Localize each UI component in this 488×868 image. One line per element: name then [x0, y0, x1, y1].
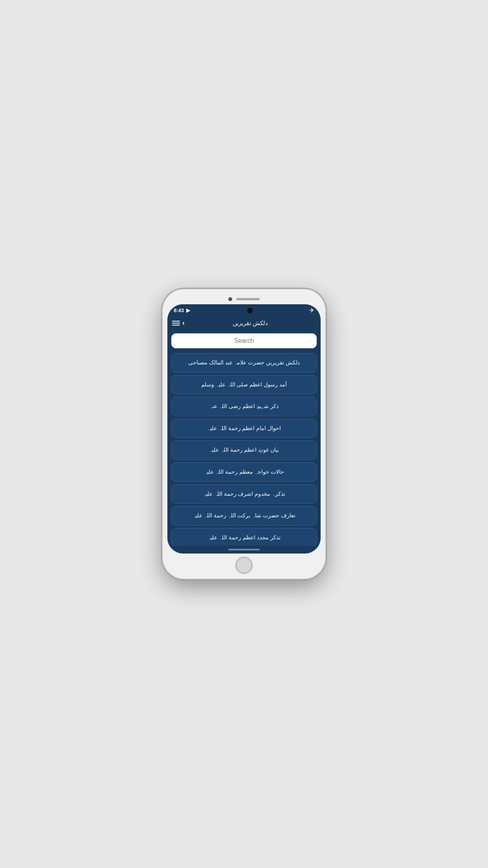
hamburger-icon [172, 321, 180, 326]
list-item[interactable]: آمد رسول اعظم صلی اللہ علیہ وسلم [171, 375, 317, 395]
speaker [236, 298, 260, 300]
list-item[interactable]: احوال امام اعظم رحمة اللہ علیہ [171, 419, 317, 438]
home-button[interactable] [235, 557, 253, 574]
list-item[interactable]: تذکرہ مخدوم اشرف رحمة اللہ علیہ [171, 484, 317, 504]
list-item[interactable]: تذکر مجدد اعظم رحمة اللہ علیہ [171, 528, 317, 546]
list-container: دلکش تقریریں حضرت علامہ عبد المالک مصباح… [167, 351, 321, 546]
menu-button[interactable]: ‹ [172, 319, 185, 327]
time-display: 8:43 [174, 307, 184, 313]
bottom-bar [167, 546, 321, 554]
phone-top-area [167, 294, 321, 304]
status-bar: 8:43 ▶ ✈ [167, 304, 321, 316]
airplane-icon: ✈ [309, 307, 314, 314]
search-input[interactable] [171, 333, 317, 348]
screen: 8:43 ▶ ✈ ‹ دلکش تقریریں دلکش تقریر [167, 304, 321, 554]
home-indicator [228, 549, 260, 550]
speaker-camera-area [228, 297, 260, 301]
front-camera [247, 308, 253, 313]
list-item[interactable]: بیان غوثِ اعظم رحمة اللہ علیہ [171, 440, 317, 460]
search-container [167, 330, 321, 351]
play-icon: ▶ [186, 307, 190, 313]
status-left: 8:43 ▶ [174, 307, 190, 313]
list-item[interactable]: حالات خواجہ معظم رحمة اللہ علیہ [171, 462, 317, 482]
list-item[interactable]: تعارف حضرت شاہ برکت اللہ رحمة اللہ علیہ [171, 506, 317, 526]
list-item[interactable]: ذکر شہیدِ اعظم رضی اللہ عنہ [171, 397, 317, 416]
header-title: دلکش تقریریں [185, 320, 316, 327]
list-item[interactable]: دلکش تقریریں حضرت علامہ عبد المالک مصباح… [171, 353, 317, 373]
camera [228, 297, 232, 301]
phone-frame: 8:43 ▶ ✈ ‹ دلکش تقریریں دلکش تقریر [163, 289, 325, 579]
app-header: ‹ دلکش تقریریں [167, 316, 321, 330]
